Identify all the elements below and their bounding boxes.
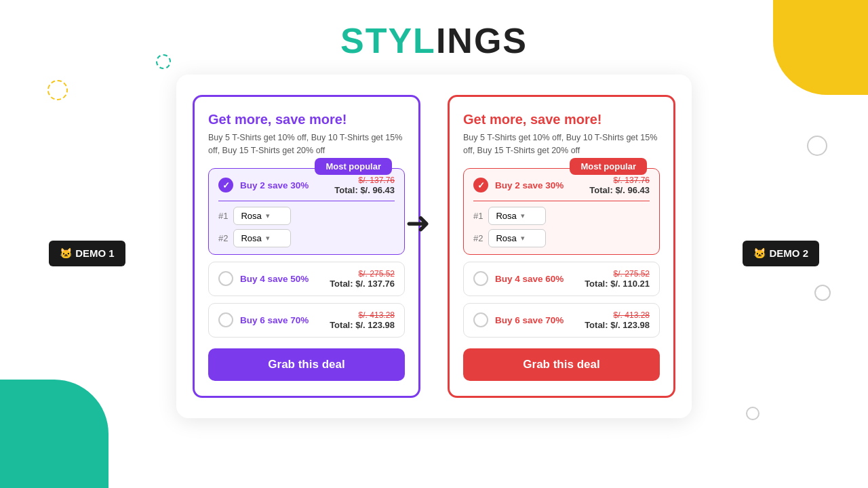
card2-option2-original: $/. 275.52: [585, 269, 650, 279]
card2-option3[interactable]: Buy 6 save 70% $/. 413.28 Total: $/. 123…: [463, 303, 660, 338]
card1-option1-total: Total: $/. 96.43: [334, 185, 395, 195]
card1-desc: Buy 5 T-Shirts get 10% off, Buy 10 T-Shi…: [208, 131, 405, 157]
card1-option3-left: Buy 6 save 70%: [218, 312, 309, 327]
card2-option3-prices: $/. 413.28 Total: $/. 123.98: [585, 310, 650, 330]
card1-option2-total: Total: $/. 137.76: [330, 279, 395, 289]
card2-option2-radio: [473, 271, 488, 286]
outer-card: ➜ Get more, save more! Buy 5 T-Shirts ge…: [176, 75, 692, 418]
logo-lings: INGS: [436, 21, 528, 60]
logo-sty: STYL: [340, 21, 436, 60]
card2-grab-button[interactable]: Grab this deal: [463, 348, 660, 381]
card1-dropdown2-num: #2: [218, 233, 228, 243]
card1-most-popular-badge: Most popular: [315, 158, 392, 175]
card1-option1-left: ✓ Buy 2 save 30%: [218, 178, 309, 192]
card2-dropdown1-arrow: ▾: [521, 211, 525, 220]
card1-option1-header: ✓ Buy 2 save 30% $/. 137.76 Total: $/. 9…: [218, 176, 395, 195]
card2-option3-label: Buy 6 save 70%: [495, 315, 564, 325]
main-wrapper: ➜ Get more, save more! Buy 5 T-Shirts ge…: [0, 75, 868, 418]
arrow-between: ➜: [406, 205, 431, 239]
card1-option3-radio: [218, 312, 233, 327]
card1-option3[interactable]: Buy 6 save 70% $/. 413.28 Total: $/. 123…: [208, 303, 405, 338]
card1-option1-prices: $/. 137.76 Total: $/. 96.43: [334, 176, 395, 195]
card1-dropdown1-num: #1: [218, 211, 228, 221]
header: STYLINGS: [0, 0, 868, 61]
card2-dropdown2-num: #2: [473, 233, 483, 243]
card2-dropdown1-num: #1: [473, 211, 483, 221]
card1-dropdown2-arrow: ▾: [266, 234, 270, 243]
card1-option2[interactable]: Buy 4 save 50% $/. 275.52 Total: $/. 137…: [208, 262, 405, 296]
card1-option1-dropdowns: #1 Rosa ▾ #2 Rosa ▾: [218, 207, 395, 247]
card2-option3-total: Total: $/. 123.98: [585, 320, 650, 330]
card1-dropdown1: #1 Rosa ▾: [218, 207, 395, 225]
card1-option2-prices: $/. 275.52 Total: $/. 137.76: [330, 269, 395, 289]
deal-card-red: Get more, save more! Buy 5 T-Shirts get …: [448, 95, 675, 398]
checkmark-icon: ✓: [222, 180, 230, 190]
card1-option1-label: Buy 2 save 30%: [240, 180, 309, 190]
card2-option3-radio: [473, 312, 488, 327]
card1-option3-total: Total: $/. 123.98: [330, 320, 395, 330]
card1-dropdown1-value: Rosa: [241, 211, 261, 221]
card1-dropdown2: #2 Rosa ▾: [218, 229, 395, 247]
card2-option1-radio: ✓: [473, 178, 488, 192]
card2-option2-prices: $/. 275.52 Total: $/. 110.21: [585, 269, 650, 289]
card1-dropdown1-arrow: ▾: [266, 211, 270, 220]
card1-option3-original: $/. 413.28: [330, 310, 395, 320]
demo1-label: 🐱 DEMO 1: [60, 247, 115, 260]
card1-option2-left: Buy 4 save 50%: [218, 271, 309, 286]
card2-option3-original: $/. 413.28: [585, 310, 650, 320]
card2-option1-label: Buy 2 save 30%: [495, 180, 564, 190]
card2-dropdown2: #2 Rosa ▾: [473, 229, 650, 247]
card1-title: Get more, save more!: [208, 112, 405, 127]
card2-dropdown2-arrow: ▾: [521, 234, 525, 243]
card2-option3-left: Buy 6 save 70%: [473, 312, 564, 327]
card2-option3-header: Buy 6 save 70% $/. 413.28 Total: $/. 123…: [473, 310, 650, 330]
deal-card-purple: Get more, save more! Buy 5 T-Shirts get …: [193, 95, 420, 398]
deco-teal-circle: [156, 54, 171, 69]
card2-desc: Buy 5 T-Shirts get 10% off, Buy 10 T-Shi…: [463, 131, 660, 157]
card2-option1-header: ✓ Buy 2 save 30% $/. 137.76 Total: $/. 9…: [473, 176, 650, 195]
demo1-button[interactable]: 🐱 DEMO 1: [49, 241, 125, 266]
card1-option3-prices: $/. 413.28 Total: $/. 123.98: [330, 310, 395, 330]
card1-grab-button[interactable]: Grab this deal: [208, 348, 405, 381]
card1-option2-radio: [218, 271, 233, 286]
card1-option3-label: Buy 6 save 70%: [240, 315, 309, 325]
card1-option2-header: Buy 4 save 50% $/. 275.52 Total: $/. 137…: [218, 269, 395, 289]
card2-option2-label: Buy 4 save 60%: [495, 274, 564, 284]
card2-option1-prices: $/. 137.76 Total: $/. 96.43: [589, 176, 650, 195]
card2-dropdown2-select[interactable]: Rosa ▾: [488, 229, 546, 247]
card2-dropdown1-select[interactable]: Rosa ▾: [488, 207, 546, 225]
card2-title: Get more, save more!: [463, 112, 660, 127]
card2-option1[interactable]: Most popular ✓ Buy 2 save 30% $/. 137.76…: [463, 168, 660, 255]
card1-dropdown2-select[interactable]: Rosa ▾: [233, 229, 291, 247]
card2-option2[interactable]: Buy 4 save 60% $/. 275.52 Total: $/. 110…: [463, 262, 660, 296]
card2-option1-divider: [473, 201, 650, 201]
card1-option3-header: Buy 6 save 70% $/. 413.28 Total: $/. 123…: [218, 310, 395, 330]
card2-dropdown1-value: Rosa: [496, 211, 516, 221]
card2-dropdown1: #1 Rosa ▾: [473, 207, 650, 225]
card2-option2-left: Buy 4 save 60%: [473, 271, 564, 286]
cards-row: ➜ Get more, save more! Buy 5 T-Shirts ge…: [193, 95, 675, 398]
card1-option1-divider: [218, 201, 395, 201]
card2-option2-header: Buy 4 save 60% $/. 275.52 Total: $/. 110…: [473, 269, 650, 289]
card2-most-popular-badge: Most popular: [570, 158, 647, 175]
card2-option1-dropdowns: #1 Rosa ▾ #2 Rosa ▾: [473, 207, 650, 247]
card1-option1-original: $/. 137.76: [334, 176, 395, 185]
card1-option2-original: $/. 275.52: [330, 269, 395, 279]
card2-checkmark-icon: ✓: [477, 180, 485, 190]
card1-option2-label: Buy 4 save 50%: [240, 274, 309, 284]
card2-option1-left: ✓ Buy 2 save 30%: [473, 178, 564, 192]
demo2-button[interactable]: 🐱 DEMO 2: [743, 241, 819, 266]
card2-option2-total: Total: $/. 110.21: [585, 279, 650, 289]
demo2-label: 🐱 DEMO 2: [753, 247, 808, 260]
card2-option1-original: $/. 137.76: [589, 176, 650, 185]
card1-option1[interactable]: Most popular ✓ Buy 2 save 30% $/. 137.76…: [208, 168, 405, 255]
card2-dropdown2-value: Rosa: [496, 233, 516, 243]
card1-dropdown2-value: Rosa: [241, 233, 261, 243]
card2-option1-total: Total: $/. 96.43: [589, 185, 650, 195]
card1-dropdown1-select[interactable]: Rosa ▾: [233, 207, 291, 225]
card1-option1-radio: ✓: [218, 178, 233, 192]
